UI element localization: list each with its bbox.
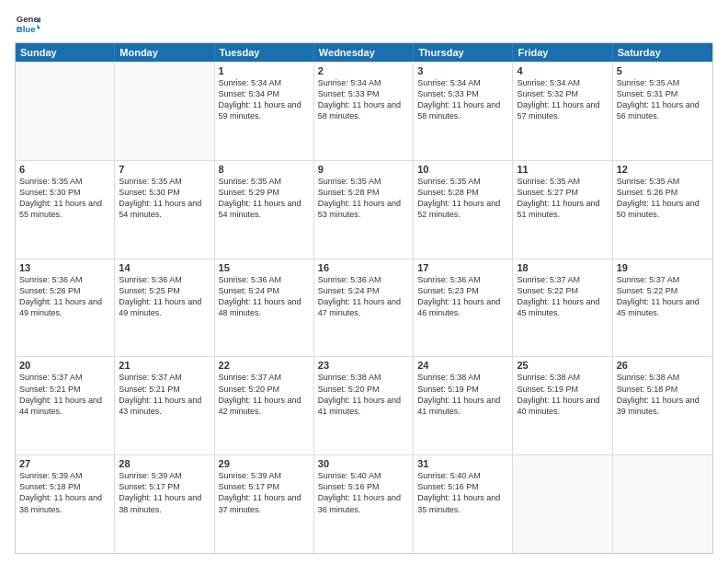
day-number: 17 — [417, 262, 508, 273]
day-info: Sunrise: 5:36 AM Sunset: 5:24 PM Dayligh… — [318, 274, 409, 319]
day-cell-24: 24Sunrise: 5:38 AM Sunset: 5:19 PM Dayli… — [414, 357, 513, 454]
day-info: Sunrise: 5:39 AM Sunset: 5:17 PM Dayligh… — [219, 470, 310, 515]
day-number: 23 — [318, 360, 409, 371]
day-cell-11: 11Sunrise: 5:35 AM Sunset: 5:27 PM Dayli… — [513, 161, 612, 259]
day-cell-13: 13Sunrise: 5:36 AM Sunset: 5:26 PM Dayli… — [16, 259, 115, 357]
day-info: Sunrise: 5:35 AM Sunset: 5:31 PM Dayligh… — [617, 77, 709, 122]
day-info: Sunrise: 5:37 AM Sunset: 5:21 PM Dayligh… — [119, 372, 210, 417]
day-cell-29: 29Sunrise: 5:39 AM Sunset: 5:17 PM Dayli… — [215, 455, 314, 553]
empty-cell — [16, 63, 115, 160]
day-number: 19 — [617, 262, 709, 273]
day-info: Sunrise: 5:39 AM Sunset: 5:17 PM Dayligh… — [119, 470, 210, 515]
day-cell-7: 7Sunrise: 5:35 AM Sunset: 5:30 PM Daylig… — [115, 161, 214, 259]
day-cell-6: 6Sunrise: 5:35 AM Sunset: 5:30 PM Daylig… — [16, 161, 115, 259]
day-cell-15: 15Sunrise: 5:36 AM Sunset: 5:24 PM Dayli… — [215, 259, 314, 357]
day-info: Sunrise: 5:40 AM Sunset: 5:16 PM Dayligh… — [318, 470, 409, 515]
day-info: Sunrise: 5:38 AM Sunset: 5:18 PM Dayligh… — [617, 372, 709, 417]
day-cell-16: 16Sunrise: 5:36 AM Sunset: 5:24 PM Dayli… — [314, 259, 414, 357]
day-number: 21 — [119, 360, 210, 371]
day-info: Sunrise: 5:37 AM Sunset: 5:21 PM Dayligh… — [19, 372, 110, 417]
logo-icon: General Blue — [15, 11, 40, 37]
day-info: Sunrise: 5:37 AM Sunset: 5:22 PM Dayligh… — [617, 274, 709, 319]
day-number: 18 — [517, 262, 608, 273]
day-info: Sunrise: 5:40 AM Sunset: 5:16 PM Dayligh… — [417, 470, 508, 515]
empty-cell — [513, 455, 612, 553]
header-cell-friday: Friday — [513, 43, 612, 62]
calendar-row-1: 1Sunrise: 5:34 AM Sunset: 5:34 PM Daylig… — [16, 62, 712, 160]
svg-text:Blue: Blue — [17, 24, 36, 34]
day-info: Sunrise: 5:38 AM Sunset: 5:20 PM Dayligh… — [318, 372, 409, 417]
day-cell-5: 5Sunrise: 5:35 AM Sunset: 5:31 PM Daylig… — [613, 63, 712, 160]
day-number: 27 — [19, 458, 110, 469]
svg-marker-3 — [38, 24, 41, 29]
day-cell-8: 8Sunrise: 5:35 AM Sunset: 5:29 PM Daylig… — [215, 161, 314, 259]
day-number: 4 — [517, 65, 608, 76]
day-cell-18: 18Sunrise: 5:37 AM Sunset: 5:22 PM Dayli… — [513, 259, 612, 357]
header: General Blue — [15, 11, 713, 37]
header-cell-thursday: Thursday — [414, 43, 513, 62]
day-number: 11 — [517, 164, 608, 175]
day-cell-23: 23Sunrise: 5:38 AM Sunset: 5:20 PM Dayli… — [314, 357, 414, 454]
header-cell-saturday: Saturday — [613, 43, 712, 62]
day-cell-3: 3Sunrise: 5:34 AM Sunset: 5:33 PM Daylig… — [414, 63, 513, 160]
day-info: Sunrise: 5:37 AM Sunset: 5:22 PM Dayligh… — [517, 274, 608, 319]
day-number: 10 — [417, 164, 508, 175]
day-cell-31: 31Sunrise: 5:40 AM Sunset: 5:16 PM Dayli… — [414, 455, 513, 553]
day-number: 14 — [119, 262, 210, 273]
day-number: 6 — [19, 164, 110, 175]
day-info: Sunrise: 5:36 AM Sunset: 5:23 PM Dayligh… — [417, 274, 508, 319]
day-number: 7 — [119, 164, 210, 175]
header-cell-wednesday: Wednesday — [314, 43, 414, 62]
day-number: 15 — [219, 262, 310, 273]
day-info: Sunrise: 5:39 AM Sunset: 5:18 PM Dayligh… — [19, 470, 110, 515]
calendar-body: 1Sunrise: 5:34 AM Sunset: 5:34 PM Daylig… — [16, 62, 712, 553]
empty-cell — [613, 455, 712, 553]
day-number: 30 — [318, 458, 409, 469]
day-info: Sunrise: 5:35 AM Sunset: 5:29 PM Dayligh… — [219, 176, 310, 221]
day-number: 24 — [417, 360, 508, 371]
header-cell-tuesday: Tuesday — [215, 43, 314, 62]
day-number: 31 — [417, 458, 508, 469]
day-number: 13 — [19, 262, 110, 273]
day-cell-27: 27Sunrise: 5:39 AM Sunset: 5:18 PM Dayli… — [16, 455, 115, 553]
day-number: 12 — [617, 164, 709, 175]
day-number: 16 — [318, 262, 409, 273]
day-info: Sunrise: 5:35 AM Sunset: 5:28 PM Dayligh… — [417, 176, 508, 221]
day-number: 26 — [617, 360, 709, 371]
day-number: 29 — [219, 458, 310, 469]
day-number: 3 — [417, 65, 508, 76]
day-cell-4: 4Sunrise: 5:34 AM Sunset: 5:32 PM Daylig… — [513, 63, 612, 160]
day-info: Sunrise: 5:38 AM Sunset: 5:19 PM Dayligh… — [517, 372, 608, 417]
day-cell-22: 22Sunrise: 5:37 AM Sunset: 5:20 PM Dayli… — [215, 357, 314, 454]
empty-cell — [115, 63, 214, 160]
calendar-row-4: 20Sunrise: 5:37 AM Sunset: 5:21 PM Dayli… — [16, 356, 712, 454]
day-cell-25: 25Sunrise: 5:38 AM Sunset: 5:19 PM Dayli… — [513, 357, 612, 454]
day-number: 2 — [318, 65, 409, 76]
calendar-header: SundayMondayTuesdayWednesdayThursdayFrid… — [16, 43, 712, 62]
day-info: Sunrise: 5:36 AM Sunset: 5:24 PM Dayligh… — [219, 274, 310, 319]
day-number: 25 — [517, 360, 608, 371]
day-cell-20: 20Sunrise: 5:37 AM Sunset: 5:21 PM Dayli… — [16, 357, 115, 454]
svg-text:General: General — [17, 14, 40, 24]
day-number: 1 — [219, 65, 310, 76]
day-number: 22 — [219, 360, 310, 371]
day-cell-21: 21Sunrise: 5:37 AM Sunset: 5:21 PM Dayli… — [115, 357, 214, 454]
day-number: 8 — [219, 164, 310, 175]
day-info: Sunrise: 5:35 AM Sunset: 5:26 PM Dayligh… — [617, 176, 709, 221]
day-info: Sunrise: 5:36 AM Sunset: 5:26 PM Dayligh… — [19, 274, 110, 319]
day-info: Sunrise: 5:37 AM Sunset: 5:20 PM Dayligh… — [219, 372, 310, 417]
day-number: 28 — [119, 458, 210, 469]
header-cell-sunday: Sunday — [16, 43, 115, 62]
day-number: 20 — [19, 360, 110, 371]
day-info: Sunrise: 5:35 AM Sunset: 5:27 PM Dayligh… — [517, 176, 608, 221]
day-cell-12: 12Sunrise: 5:35 AM Sunset: 5:26 PM Dayli… — [613, 161, 712, 259]
calendar-row-2: 6Sunrise: 5:35 AM Sunset: 5:30 PM Daylig… — [16, 160, 712, 259]
calendar: SundayMondayTuesdayWednesdayThursdayFrid… — [15, 42, 713, 554]
calendar-row-3: 13Sunrise: 5:36 AM Sunset: 5:26 PM Dayli… — [16, 259, 712, 357]
day-cell-9: 9Sunrise: 5:35 AM Sunset: 5:28 PM Daylig… — [314, 161, 414, 259]
day-cell-30: 30Sunrise: 5:40 AM Sunset: 5:16 PM Dayli… — [314, 455, 414, 553]
day-info: Sunrise: 5:38 AM Sunset: 5:19 PM Dayligh… — [417, 372, 508, 417]
day-cell-17: 17Sunrise: 5:36 AM Sunset: 5:23 PM Dayli… — [414, 259, 513, 357]
day-cell-14: 14Sunrise: 5:36 AM Sunset: 5:25 PM Dayli… — [115, 259, 214, 357]
day-number: 5 — [617, 65, 709, 76]
